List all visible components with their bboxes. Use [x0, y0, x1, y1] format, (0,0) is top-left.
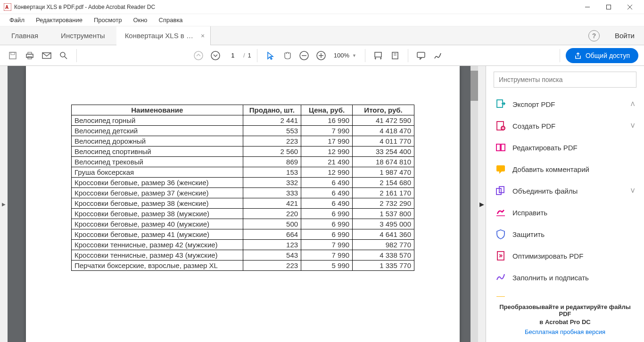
vertical-scrollbar[interactable]: [471, 66, 478, 342]
print-icon[interactable]: [23, 49, 37, 63]
app-icon: A: [4, 3, 11, 11]
table-row: Кроссовки беговые, размер 40 (мужские)50…: [72, 219, 414, 229]
tool-redact[interactable]: Исправить: [486, 202, 644, 223]
tab-document[interactable]: Конвертаци XLS в … ×: [116, 26, 211, 45]
page-up-icon[interactable]: [191, 49, 206, 63]
cell-sold: 220: [243, 209, 301, 219]
zoom-out-icon[interactable]: [297, 49, 311, 63]
cell-price: 5 990: [301, 261, 353, 271]
tools-search-input[interactable]: [494, 72, 636, 88]
page-separator: /: [243, 52, 245, 59]
help-icon[interactable]: ?: [588, 30, 600, 41]
protect-icon: [495, 229, 506, 239]
edit-pdf-icon: [495, 142, 506, 153]
save-icon[interactable]: [6, 49, 20, 63]
cell-total: 1 987 470: [353, 167, 414, 178]
zoom-dropdown[interactable]: 100%▼: [331, 52, 359, 59]
cell-total: 2 732 290: [353, 198, 414, 209]
maximize-button[interactable]: [598, 0, 619, 14]
comment-icon[interactable]: [414, 49, 428, 63]
close-button[interactable]: [619, 0, 640, 14]
svg-rect-32: [501, 144, 505, 151]
table-row: Кроссовки беговые, размер 38 (женские)42…: [72, 198, 414, 209]
scrollbar-thumb[interactable]: [471, 71, 478, 101]
right-panel: Экспорт PDF ᐱ Создать PDF ᐯ Редактироват…: [486, 66, 644, 342]
table-row: Кроссовки теннисные, размер 43 (мужские)…: [72, 250, 414, 261]
main-area: ▶ Наименование Продано, шт. Цена, руб. И…: [0, 66, 644, 342]
search-icon[interactable]: [57, 49, 71, 63]
tab-close-icon[interactable]: ×: [201, 32, 205, 40]
cell-total: 2 154 680: [353, 178, 414, 188]
share-button[interactable]: Общий доступ: [566, 48, 638, 63]
table-row: Кроссовки беговые, размер 37 (женские)33…: [72, 188, 414, 198]
cell-sold: 223: [243, 261, 301, 271]
minimize-button[interactable]: [577, 0, 598, 14]
cell-sold: 2 560: [243, 147, 301, 157]
tool-protect[interactable]: Защитить: [486, 223, 644, 245]
titlebar: A Конвертаци XLS в PDF.pdf - Adobe Acrob…: [0, 0, 644, 14]
tool-fillsign[interactable]: Заполнить и подписать: [486, 267, 644, 288]
svg-text:A: A: [5, 5, 8, 10]
window-controls: [577, 0, 640, 14]
tools-list: Экспорт PDF ᐱ Создать PDF ᐯ Редактироват…: [486, 90, 644, 297]
table-row: Велосипед спортивный2 56012 99033 254 40…: [72, 147, 414, 157]
tab-tools[interactable]: Инструменты: [50, 26, 116, 45]
tool-label: Экспорт PDF: [512, 100, 555, 108]
fit-page-icon[interactable]: [388, 49, 402, 63]
cell-price: 6 490: [301, 188, 353, 198]
zoom-in-icon[interactable]: [314, 49, 328, 63]
table-row: Велосипед детский5537 9904 418 470: [72, 126, 414, 136]
email-icon[interactable]: [40, 49, 54, 63]
chevron-right-icon: ▶: [479, 201, 484, 208]
col-name: Наименование: [72, 105, 243, 115]
select-tool-icon[interactable]: [263, 49, 277, 63]
page-current-input[interactable]: [225, 50, 240, 60]
tool-edit-pdf[interactable]: Редактировать PDF: [486, 137, 644, 158]
document-viewport[interactable]: Наименование Продано, шт. Цена, руб. Ито…: [8, 66, 478, 342]
right-panel-toggle[interactable]: ▶: [478, 66, 486, 342]
tool-optimize[interactable]: Оптимизировать PDF: [486, 245, 644, 267]
share-label: Общий доступ: [586, 52, 630, 59]
promo-link[interactable]: Бесплатная пробная версия: [495, 328, 636, 335]
fit-width-icon[interactable]: [371, 49, 385, 63]
svg-rect-25: [417, 52, 425, 57]
cell-price: 12 990: [301, 167, 353, 178]
cell-price: 6 990: [301, 229, 353, 240]
tool-combine[interactable]: Объединить файлы ᐯ: [486, 180, 644, 202]
tool-create-pdf[interactable]: Создать PDF ᐯ: [486, 115, 644, 137]
table-row: Кроссовки беговые, размер 36 (женские)33…: [72, 178, 414, 188]
menu-window[interactable]: Окно: [127, 15, 153, 25]
tabbar: Главная Инструменты Конвертаци XLS в … ×…: [0, 26, 644, 45]
cell-sold: 421: [243, 198, 301, 209]
tool-send-review[interactable]: Отправить для редактирования ᐯ: [486, 288, 644, 297]
menu-help[interactable]: Справка: [153, 15, 189, 25]
cell-name: Велосипед дорожный: [72, 136, 243, 147]
tool-label: Добавить комментарий: [512, 165, 589, 173]
svg-rect-22: [392, 52, 398, 59]
menu-file[interactable]: Файл: [4, 15, 30, 25]
cell-total: 4 418 470: [353, 126, 414, 136]
tool-export-pdf[interactable]: Экспорт PDF ᐱ: [486, 93, 644, 115]
tab-home[interactable]: Главная: [0, 26, 50, 45]
cell-name: Кроссовки теннисные, размер 43 (мужские): [72, 250, 243, 261]
sign-icon[interactable]: [431, 49, 445, 63]
left-panel-toggle[interactable]: ▶: [0, 66, 8, 342]
cell-name: Кроссовки теннисные, размер 42 (мужские): [72, 240, 243, 250]
signin-button[interactable]: Войти: [605, 32, 644, 40]
menu-view[interactable]: Просмотр: [88, 15, 127, 25]
hand-tool-icon[interactable]: [280, 49, 294, 63]
tool-comment[interactable]: Добавить комментарий: [486, 158, 644, 180]
cell-sold: 333: [243, 188, 301, 198]
cell-sold: 543: [243, 250, 301, 261]
chevron-right-icon: ▶: [2, 202, 6, 207]
page-down-icon[interactable]: [208, 49, 223, 63]
menu-edit[interactable]: Редактирование: [30, 15, 88, 25]
cell-price: 6 990: [301, 219, 353, 229]
tool-label: Объединить файлы: [512, 187, 578, 195]
promo-line2: в Acrobat Pro DC: [495, 318, 636, 326]
table-row: Груша боксерская15312 9901 987 470: [72, 167, 414, 178]
combine-icon: [495, 186, 506, 196]
cell-name: Кроссовки беговые, размер 37 (женские): [72, 188, 243, 198]
cell-name: Велосипед трековый: [72, 157, 243, 167]
cell-name: Велосипед горный: [72, 115, 243, 126]
